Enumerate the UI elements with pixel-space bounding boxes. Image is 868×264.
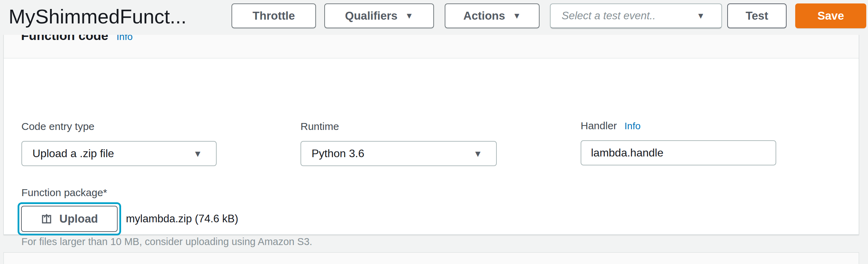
- test-event-placeholder: Select a test event..: [562, 10, 697, 22]
- test-event-select[interactable]: Select a test event.. ▼: [550, 3, 722, 28]
- handler-input[interactable]: [581, 140, 776, 165]
- function-code-panel-body: Code entry type Upload a .zip file ▼ Run…: [4, 59, 859, 234]
- chevron-down-icon: ▼: [193, 149, 206, 158]
- runtime-label: Runtime: [300, 121, 497, 132]
- function-code-panel: Function code Info Code entry type Uploa…: [3, 20, 859, 235]
- chevron-down-icon: ▼: [473, 149, 486, 158]
- actions-button-label: Actions: [463, 9, 505, 22]
- runtime-select[interactable]: Python 3.6 ▼: [300, 141, 497, 166]
- runtime-field: Runtime Python 3.6 ▼: [300, 121, 497, 166]
- upload-icon: [41, 213, 52, 225]
- handler-label: Handler: [581, 120, 617, 132]
- function-package-label: Function package*: [21, 187, 107, 199]
- handler-info-link[interactable]: Info: [624, 121, 641, 132]
- upload-button-label: Upload: [59, 212, 98, 225]
- code-entry-type-label: Code entry type: [21, 121, 217, 132]
- function-name: MyShimmedFunct...: [9, 3, 223, 28]
- actions-button[interactable]: Actions ▼: [445, 3, 540, 28]
- qualifiers-button-label: Qualifiers: [345, 9, 397, 22]
- function-header-bar: MyShimmedFunct... Throttle Qualifiers ▼ …: [0, 0, 868, 35]
- upload-helper-text: For files larger than 10 MB, consider up…: [21, 236, 312, 247]
- uploaded-file-info: mylambda.zip (74.6 kB): [126, 213, 238, 225]
- code-entry-type-select[interactable]: Upload a .zip file ▼: [21, 141, 217, 166]
- next-section-panel: [3, 252, 859, 264]
- test-button[interactable]: Test: [727, 3, 787, 28]
- upload-button[interactable]: Upload: [21, 206, 118, 232]
- chevron-down-icon: ▼: [513, 12, 521, 20]
- runtime-value: Python 3.6: [312, 147, 473, 160]
- handler-field: Handler Info: [581, 120, 776, 165]
- lambda-console-screen: Function code Info Code entry type Uploa…: [0, 0, 868, 264]
- code-entry-type-value: Upload a .zip file: [32, 147, 193, 160]
- upload-button-focus-ring: Upload: [18, 202, 121, 235]
- qualifiers-button[interactable]: Qualifiers ▼: [324, 3, 434, 28]
- chevron-down-icon: ▼: [697, 12, 711, 20]
- code-entry-type-field: Code entry type Upload a .zip file ▼: [21, 121, 217, 166]
- throttle-button[interactable]: Throttle: [231, 3, 316, 28]
- upload-row: Upload mylambda.zip (74.6 kB): [18, 202, 238, 235]
- save-button[interactable]: Save: [795, 3, 866, 28]
- chevron-down-icon: ▼: [405, 12, 413, 20]
